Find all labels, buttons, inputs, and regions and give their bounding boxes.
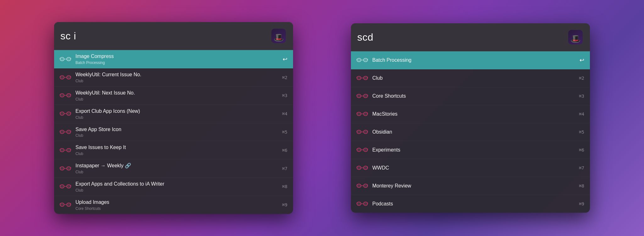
svg-rect-1 bbox=[67, 57, 71, 61]
svg-rect-36 bbox=[67, 185, 71, 188]
item-title: Export Apps and Collections to iA Writer bbox=[75, 181, 278, 187]
svg-line-53 bbox=[357, 77, 357, 78]
list-item[interactable]: Experiments⌘6 bbox=[351, 141, 590, 159]
item-shortcut: ⌘3 bbox=[282, 93, 287, 98]
item-shortcut: ⌘8 bbox=[579, 183, 584, 188]
list-item[interactable]: Club⌘2 bbox=[351, 69, 590, 87]
svg-line-73 bbox=[357, 149, 357, 150]
left-panel: Image CompressBatch Processing↩ WeeklyUt… bbox=[54, 22, 293, 214]
svg-rect-11 bbox=[67, 94, 71, 97]
item-shortcut: ⌘7 bbox=[579, 165, 584, 170]
glasses-icon bbox=[60, 90, 71, 101]
svg-line-64 bbox=[368, 113, 368, 114]
svg-rect-85 bbox=[357, 202, 361, 205]
glasses-icon bbox=[60, 54, 71, 65]
svg-line-83 bbox=[357, 185, 357, 186]
glasses-icon bbox=[60, 126, 71, 138]
item-title: WeeklyUtil: Next Issue No. bbox=[75, 90, 278, 96]
svg-rect-80 bbox=[357, 184, 361, 187]
list-item[interactable]: Instapaper → Weekly 🔗Club⌘7 bbox=[54, 159, 293, 178]
svg-line-84 bbox=[368, 185, 368, 186]
item-title: Monterey Review bbox=[372, 183, 575, 189]
item-shortcut: ⌘9 bbox=[282, 202, 287, 207]
glasses-icon bbox=[357, 162, 368, 174]
list-item[interactable]: Obsidian⌘5 bbox=[351, 123, 590, 141]
glasses-icon bbox=[357, 108, 368, 120]
glasses-icon bbox=[357, 126, 368, 138]
list-item[interactable]: Batch Processing↩ bbox=[351, 51, 590, 69]
list-item[interactable]: Save Issues to Keep ItClub⌘6 bbox=[54, 141, 293, 159]
svg-line-13 bbox=[60, 94, 60, 95]
list-item[interactable]: Export Apps and Collections to iA Writer… bbox=[54, 178, 293, 196]
svg-rect-65 bbox=[357, 130, 361, 134]
right-panel: Batch Processing↩ Club⌘2 Core Shortcuts⌘… bbox=[351, 23, 590, 213]
item-shortcut: ↩ bbox=[580, 57, 584, 64]
svg-line-44 bbox=[71, 204, 71, 205]
svg-rect-20 bbox=[60, 130, 64, 134]
svg-rect-21 bbox=[67, 130, 71, 134]
item-title: Image Compress bbox=[75, 53, 279, 60]
item-title: Club bbox=[372, 75, 575, 82]
list-item[interactable]: Image CompressBatch Processing↩ bbox=[54, 50, 293, 68]
list-item[interactable]: Podcasts⌘9 bbox=[351, 195, 590, 213]
list-item[interactable]: Core Shortcuts⌘3 bbox=[351, 87, 590, 105]
svg-rect-61 bbox=[364, 112, 368, 116]
svg-line-8 bbox=[60, 76, 60, 78]
left-search-input[interactable] bbox=[60, 30, 270, 42]
item-subtitle: Club bbox=[75, 97, 278, 101]
item-subtitle: Club bbox=[75, 79, 278, 83]
right-search-input[interactable] bbox=[357, 32, 567, 43]
item-shortcut: ⌘5 bbox=[282, 130, 287, 135]
svg-line-68 bbox=[357, 131, 357, 132]
svg-rect-75 bbox=[357, 166, 361, 170]
svg-line-63 bbox=[357, 113, 357, 114]
item-shortcut: ↩ bbox=[283, 56, 287, 63]
list-item[interactable]: Export Club App Icons (New)Club⌘4 bbox=[54, 105, 293, 123]
glasses-icon bbox=[357, 198, 368, 210]
item-subtitle: Club bbox=[75, 152, 278, 156]
list-item[interactable]: WeeklyUtil: Current Issue No.Club⌘2 bbox=[54, 68, 293, 87]
right-results-list: Batch Processing↩ Club⌘2 Core Shortcuts⌘… bbox=[351, 51, 590, 213]
svg-line-89 bbox=[368, 203, 368, 204]
item-subtitle: Core Shortcuts bbox=[75, 206, 278, 211]
item-title: Experiments bbox=[372, 147, 575, 153]
list-item[interactable]: WWDC⌘7 bbox=[351, 159, 590, 177]
item-title: Instapaper → Weekly 🔗 bbox=[75, 163, 278, 169]
left-app-icon bbox=[270, 28, 287, 44]
svg-rect-25 bbox=[60, 148, 64, 152]
svg-rect-71 bbox=[364, 148, 368, 152]
list-item[interactable]: WeeklyUtil: Next Issue No.Club⌘3 bbox=[54, 87, 293, 105]
svg-rect-56 bbox=[364, 94, 368, 98]
svg-rect-66 bbox=[364, 130, 368, 134]
glasses-icon bbox=[357, 90, 368, 102]
left-results-list: Image CompressBatch Processing↩ WeeklyUt… bbox=[54, 50, 293, 214]
list-item[interactable]: Monterey Review⌘8 bbox=[351, 177, 590, 195]
svg-line-18 bbox=[60, 112, 60, 114]
item-title: Upload Images bbox=[75, 199, 278, 206]
item-subtitle: Club bbox=[75, 170, 278, 174]
svg-line-24 bbox=[71, 131, 71, 132]
list-item[interactable]: MacStories⌘4 bbox=[351, 105, 590, 123]
svg-rect-5 bbox=[60, 76, 64, 79]
svg-line-79 bbox=[368, 167, 368, 168]
svg-rect-76 bbox=[364, 166, 368, 170]
glasses-icon bbox=[357, 55, 368, 66]
glasses-icon bbox=[60, 72, 71, 83]
list-item[interactable]: Upload ImagesCore Shortcuts⌘9 bbox=[54, 196, 293, 214]
item-title: Save Issues to Keep It bbox=[75, 144, 278, 151]
svg-line-33 bbox=[60, 167, 60, 169]
svg-line-59 bbox=[368, 95, 368, 96]
glasses-icon bbox=[60, 145, 71, 156]
item-shortcut: ⌘6 bbox=[282, 148, 287, 153]
item-title: MacStories bbox=[372, 111, 575, 118]
shortcuts-icon bbox=[271, 29, 286, 43]
item-shortcut: ⌘2 bbox=[579, 76, 584, 81]
list-item[interactable]: Save App Store IconClub⌘5 bbox=[54, 123, 293, 141]
svg-line-29 bbox=[71, 149, 71, 150]
item-title: Save App Store Icon bbox=[75, 126, 278, 133]
svg-line-23 bbox=[60, 131, 60, 132]
svg-rect-60 bbox=[357, 112, 361, 116]
item-subtitle: Club bbox=[75, 133, 278, 138]
svg-line-4 bbox=[71, 58, 71, 59]
svg-line-9 bbox=[71, 76, 71, 78]
